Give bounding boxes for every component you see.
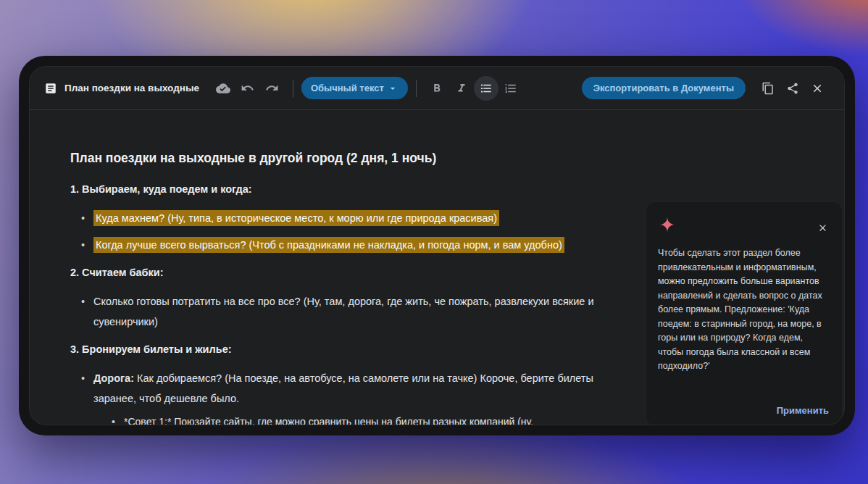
undo-icon	[241, 81, 254, 95]
toolbar-divider	[293, 80, 293, 97]
editor-surface[interactable]: План поездки на выходные в другой город …	[30, 111, 844, 425]
undo-button[interactable]	[235, 76, 260, 101]
highlighted-text: Когда лучше всего вырваться? (Чтоб с пра…	[93, 237, 564, 253]
doc-section-heading: 1. Выбираем, куда поедем и когда:	[70, 183, 602, 195]
list-item: *Совет 1:* Поюзайте сайты, где можно сра…	[124, 412, 602, 425]
italic-icon	[455, 82, 468, 95]
copy-button[interactable]	[756, 76, 780, 101]
apply-button[interactable]: Применить	[777, 405, 829, 416]
list-item: Дорога: Как добираемся? (На поезде, на а…	[93, 368, 602, 425]
bullet-list: Сколько готовы потратить на все про все?…	[70, 291, 602, 332]
copy-icon	[761, 82, 775, 95]
cloud-saved-button[interactable]	[211, 76, 235, 101]
share-button[interactable]	[780, 76, 805, 101]
toolbar: План поездки на выходные	[30, 67, 844, 110]
nested-bullet-list: *Совет 1:* Поюзайте сайты, где можно сра…	[93, 412, 602, 425]
doc-section-heading: 3. Бронируем билеты и жилье:	[70, 343, 602, 355]
cloud-done-icon	[216, 81, 230, 96]
bullet-list-icon	[480, 82, 493, 95]
app-window: План поездки на выходные	[19, 56, 855, 435]
close-icon	[811, 82, 824, 95]
toolbar-divider	[416, 80, 417, 97]
numbered-list-icon	[504, 82, 517, 95]
list-item-text: *Совет 1:* Поюзайте сайты, где можно сра…	[124, 416, 533, 425]
doc-section-heading: 2. Считаем бабки:	[70, 267, 602, 278]
share-icon	[786, 82, 799, 95]
document-icon	[44, 82, 57, 95]
editor-panel: План поездки на выходные	[29, 66, 845, 425]
bold-button[interactable]	[425, 76, 449, 101]
bullet-list-button[interactable]	[474, 76, 498, 101]
paragraph-style-label: Обычный текст	[311, 83, 384, 93]
list-item: Сколько готовы потратить на все про все?…	[93, 291, 602, 332]
list-item-text: Сколько готовы потратить на все про все?…	[93, 296, 594, 327]
doc-title: План поездки на выходные в другой город …	[70, 151, 602, 166]
bullet-list: Куда махнем? (Ну, типа, в историческое м…	[70, 208, 602, 255]
suggestion-header	[658, 214, 830, 235]
list-item: Куда махнем? (Ну, типа, в историческое м…	[93, 208, 602, 228]
numbered-list-button[interactable]	[498, 76, 523, 101]
chevron-down-icon	[387, 83, 398, 94]
export-button-label: Экспортировать в Документы	[593, 83, 734, 93]
bold-icon	[430, 82, 443, 95]
redo-button[interactable]	[260, 76, 285, 101]
list-item: Когда лучше всего вырваться? (Чтоб с пра…	[93, 235, 602, 255]
suggestion-close-button[interactable]	[814, 220, 830, 235]
bullet-list: Дорога: Как добираемся? (На поезде, на а…	[70, 368, 602, 425]
sparkle-icon	[658, 215, 677, 234]
paragraph-style-dropdown[interactable]: Обычный текст	[301, 77, 408, 99]
export-button[interactable]: Экспортировать в Документы	[582, 77, 746, 99]
highlighted-text: Куда махнем? (Ну, типа, в историческое м…	[93, 210, 499, 226]
list-item-bold-label: Дорога:	[93, 372, 134, 384]
desktop-background: План поездки на выходные	[0, 0, 868, 484]
document-body: План поездки на выходные в другой город …	[30, 111, 602, 425]
document-title: План поездки на выходные	[64, 83, 199, 93]
redo-icon	[265, 81, 279, 95]
close-button[interactable]	[805, 76, 830, 101]
close-icon	[817, 222, 828, 233]
italic-button[interactable]	[449, 76, 474, 101]
ai-suggestion-panel: Чтобы сделать этот раздел более привлека…	[646, 201, 843, 425]
suggestion-text: Чтобы сделать этот раздел более привлека…	[658, 246, 830, 374]
list-item-text: Как добираемся? (На поезде, на автобусе,…	[93, 372, 593, 404]
